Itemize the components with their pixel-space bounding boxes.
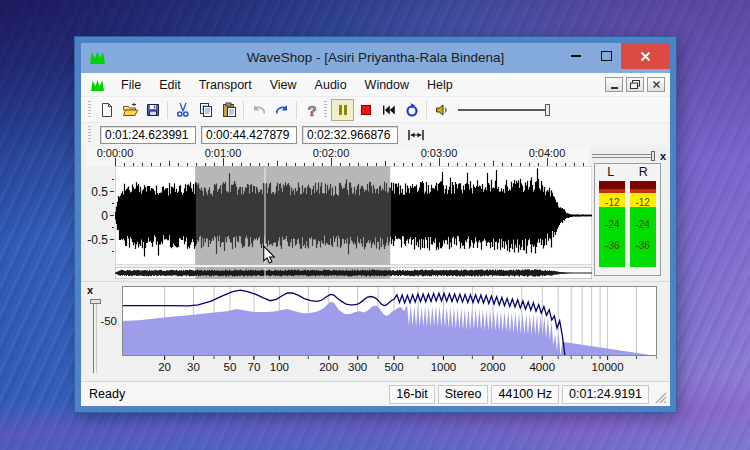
- level-meter-l: -12-24-36: [599, 181, 625, 267]
- minimize-button[interactable]: [561, 43, 591, 69]
- svg-text:200: 200: [319, 361, 338, 373]
- svg-text:30: 30: [187, 361, 200, 373]
- new-button[interactable]: [95, 99, 118, 121]
- waveshop-window: WaveShop - [Asiri Priyantha-Rala Bindena…: [75, 37, 676, 412]
- spectrum-zoom-slider[interactable]: [93, 299, 97, 373]
- svg-text:300: 300: [348, 361, 367, 373]
- meter-tick-label: -36: [599, 239, 625, 250]
- minimize-icon: [571, 55, 581, 57]
- volume-slider[interactable]: [458, 103, 550, 117]
- menu-window[interactable]: Window: [356, 78, 418, 92]
- svg-text:20: 20: [158, 361, 171, 373]
- wave-panel-close-icon[interactable]: x: [660, 151, 666, 161]
- titlebar[interactable]: WaveShop - [Asiri Priyantha-Rala Bindena…: [81, 43, 670, 73]
- toolbar-separator: [426, 101, 427, 119]
- svg-text:0:01:00: 0:01:00: [205, 147, 242, 159]
- stop-button[interactable]: [354, 99, 377, 121]
- menu-file[interactable]: File: [112, 78, 150, 92]
- wave-zoom-handle[interactable]: [651, 151, 655, 161]
- menu-help[interactable]: Help: [418, 78, 462, 92]
- svg-text:0:03:00: 0:03:00: [421, 147, 458, 159]
- fit-width-button[interactable]: [403, 125, 429, 145]
- mdi-restore-icon: [630, 80, 640, 89]
- toolbar-grip[interactable]: [88, 101, 91, 119]
- stop-icon: [358, 102, 374, 118]
- speaker-button[interactable]: [430, 99, 453, 121]
- toolbar-grip[interactable]: [88, 126, 91, 144]
- redo-button[interactable]: [270, 99, 293, 121]
- volume-track[interactable]: [458, 109, 547, 111]
- rewind-icon: [381, 102, 397, 118]
- mdi-controls: [605, 77, 665, 92]
- meter-segment: [599, 207, 625, 267]
- maximize-button[interactable]: [591, 43, 621, 69]
- level-meter-panel: LR -12-24-36-12-24-36: [594, 163, 661, 276]
- level-meter-r: -12-24-36: [630, 181, 656, 267]
- rewind-button[interactable]: [377, 99, 400, 121]
- mdi-minimize-button[interactable]: [605, 77, 623, 92]
- svg-text:-0.5: -0.5: [87, 233, 108, 247]
- undo-button[interactable]: [247, 99, 270, 121]
- toolbar-separator: [167, 101, 168, 119]
- wave-zoom-track[interactable]: [592, 154, 651, 158]
- pause-button[interactable]: [331, 99, 354, 121]
- waveform-view[interactable]: [115, 166, 592, 265]
- help-button[interactable]: ?: [300, 99, 323, 121]
- cut-button[interactable]: [171, 99, 194, 121]
- maximize-icon: [601, 51, 612, 61]
- spectrum-close-icon[interactable]: x: [87, 284, 93, 296]
- resize-grip[interactable]: [654, 391, 667, 404]
- menu-transport[interactable]: Transport: [190, 78, 261, 92]
- open-button[interactable]: [118, 99, 141, 121]
- fit-width-icon: [406, 127, 426, 143]
- pause-icon: [335, 102, 351, 118]
- meter-tick-label: -12: [599, 196, 625, 207]
- close-button[interactable]: [621, 43, 670, 69]
- svg-text:?: ?: [307, 102, 316, 118]
- mdi-close-icon: [652, 80, 661, 89]
- close-icon: [640, 51, 651, 62]
- time-ruler[interactable]: 0:00:000:01:000:02:000:03:000:04:00: [86, 147, 589, 167]
- undo-icon: [251, 102, 267, 118]
- meter-tick-label: -36: [630, 239, 656, 250]
- save-button[interactable]: [141, 99, 164, 121]
- svg-text:0.5: 0.5: [91, 185, 108, 199]
- meter-tick-label: -24: [599, 219, 625, 230]
- selection-start-time-field[interactable]: 0:00:44.427879: [201, 126, 297, 144]
- amplitude-axis: 0.50-0.5: [86, 166, 115, 279]
- new-icon: [99, 102, 115, 118]
- waveform-overview[interactable]: [115, 267, 592, 279]
- desktop-wallpaper: WaveShop - [Asiri Priyantha-Rala Bindena…: [0, 0, 750, 450]
- redo-icon: [274, 102, 290, 118]
- svg-text:0: 0: [101, 209, 108, 223]
- meter-tick-label: -24: [630, 219, 656, 230]
- svg-text:2000: 2000: [480, 361, 506, 373]
- svg-text:1000: 1000: [431, 361, 457, 373]
- wave-zoom-slider[interactable]: x: [592, 149, 666, 162]
- meter-channel-label-l: L: [607, 165, 614, 179]
- open-icon: [122, 102, 138, 118]
- save-icon: [145, 102, 161, 118]
- volume-handle[interactable]: [545, 104, 550, 116]
- spectrum-plot: 2030507010020030050010002000400010000: [122, 286, 657, 374]
- status-message: Ready: [81, 387, 389, 401]
- paste-button[interactable]: [217, 99, 240, 121]
- loop-button[interactable]: [400, 99, 423, 121]
- menu-view[interactable]: View: [261, 78, 306, 92]
- toolbar-grip[interactable]: [324, 101, 327, 119]
- spectrum-zoom-handle[interactable]: [90, 299, 101, 304]
- menu-edit[interactable]: Edit: [150, 78, 190, 92]
- meter-segment: [630, 181, 656, 189]
- toolbar: ?: [81, 97, 670, 123]
- position-time-field[interactable]: 0:01:24.623991: [100, 126, 196, 144]
- mdi-restore-button[interactable]: [626, 77, 644, 92]
- svg-text:0:00:00: 0:00:00: [97, 147, 134, 159]
- selection-end-time-field[interactable]: 0:02:32.966876: [302, 126, 398, 144]
- menu-audio[interactable]: Audio: [306, 78, 356, 92]
- app-logo-icon: [89, 50, 106, 65]
- copy-button[interactable]: [194, 99, 217, 121]
- mdi-close-button[interactable]: [647, 77, 665, 92]
- status-cursor-time: 0:01:24.9191: [562, 385, 649, 404]
- svg-text:70: 70: [248, 361, 261, 373]
- speaker-icon: [434, 102, 450, 118]
